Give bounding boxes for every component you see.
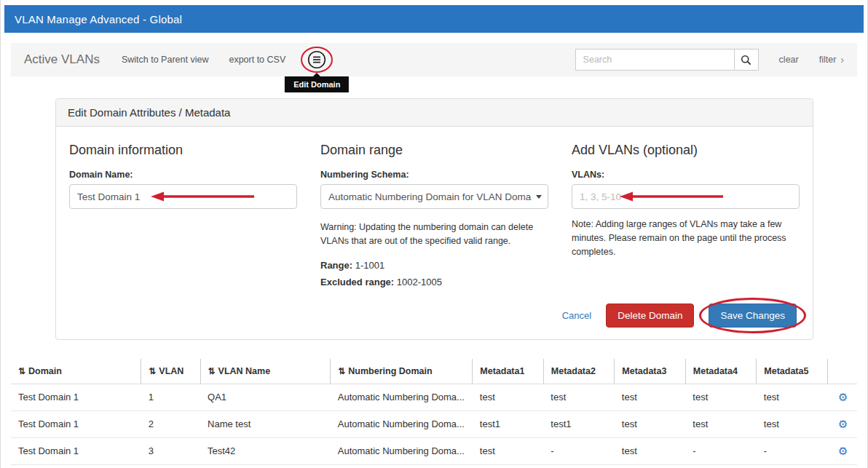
page-title: VLAN Manage Advanced - Global [15,13,182,25]
add-vlans-heading: Add VLANs (optional) [572,143,800,158]
domain-name-input[interactable] [69,184,297,209]
table-cell: test1 [473,411,544,437]
numbering-schema-select[interactable]: Automatic Numbering Domain for VLAN Doma [320,184,548,209]
sort-icon: ⇅ [208,366,216,376]
column-header-vlan-name[interactable]: ⇅VLAN Name [200,359,331,384]
vlan-table: ⇅Domain⇅VLAN⇅VLAN Name⇅Numbering DomainM… [11,359,857,465]
column-header-metadata2: Metadata2 [543,359,615,384]
table-cell: test1 [543,411,615,437]
vlans-input[interactable] [572,184,800,209]
panel-body: Domain information Domain Name: Domain r… [56,127,813,339]
column-header-metadata1: Metadata1 [473,359,544,384]
column-label: Numbering Domain [348,366,432,376]
vlans-label: VLANs: [572,170,800,180]
gear-icon[interactable]: ⚙ [838,445,848,457]
table-cell: test [757,384,828,411]
excluded-range-label: Excluded range: [320,277,394,287]
clear-link[interactable]: clear [779,55,799,65]
column-header-actions [827,359,857,384]
table-cell: Test42 [200,437,331,464]
column-label: VLAN [159,366,184,376]
tooltip-label: Edit Domain [293,80,340,89]
table-cell: Test Domain 1 [11,384,141,411]
column-label: Metadata4 [693,366,738,376]
excluded-range-value: 1002-1005 [397,277,442,287]
edit-domain-panel: Edit Domain Attributes / Metadata Domain… [55,98,813,340]
hamburger-menu-icon [307,50,326,69]
column-header-domain[interactable]: ⇅Domain [11,359,141,384]
chevron-right-icon: › [840,55,844,65]
column-label: Domain [28,366,62,376]
app-header: VLAN Manage Advanced - Global [4,5,864,33]
table-cell: Automatic Numbering Doma... [331,411,473,437]
delete-domain-button[interactable]: Delete Domain [606,304,694,328]
table-cell: Automatic Numbering Doma... [331,437,473,464]
table-cell: test [685,411,757,437]
table-cell: - [757,437,828,464]
column-header-metadata4: Metadata4 [685,359,757,384]
excluded-range-line: Excluded range: 1002-1005 [320,277,548,287]
sort-icon: ⇅ [338,366,345,376]
table-cell-actions: ⚙ [827,411,857,437]
search-input[interactable] [575,49,734,71]
vlan-table-wrap: ⇅Domain⇅VLAN⇅VLAN Name⇅Numbering DomainM… [11,359,857,465]
table-cell: test [543,384,615,411]
add-vlans-note: Note: Adding large ranges of VLANs may t… [572,218,800,258]
column-label: Metadata5 [764,366,808,376]
column-label: VLAN Name [218,366,271,376]
table-cell: 2 [141,411,200,437]
table-row: Test Domain 11QA1Automatic Numbering Dom… [11,384,857,411]
column-header-metadata3: Metadata3 [615,359,686,384]
table-cell: Automatic Numbering Doma... [331,384,473,411]
domain-information-heading: Domain information [69,143,297,158]
column-label: Metadata3 [622,366,666,376]
table-cell: test [473,437,544,464]
column-label: Metadata1 [480,366,524,376]
search-icon [741,55,751,66]
sort-icon: ⇅ [149,366,156,376]
table-cell: 3 [141,437,200,464]
table-cell: test [685,384,757,411]
table-row: Test Domain 13Test42Automatic Numbering … [11,437,857,464]
table-cell: Test Domain 1 [11,437,141,464]
table-cell-actions: ⚙ [827,437,857,464]
domain-information-section: Domain information Domain Name: [69,143,297,287]
table-cell: test [473,384,544,411]
toolbar: Active VLANs Switch to Parent view expor… [11,43,857,76]
table-cell: Test Domain 1 [11,411,141,437]
table-head-row: ⇅Domain⇅VLAN⇅VLAN Name⇅Numbering DomainM… [11,359,857,384]
table-cell: QA1 [200,384,331,411]
table-cell: test [757,411,828,437]
panel-title: Edit Domain Attributes / Metadata [56,99,813,127]
switch-parent-view-link[interactable]: Switch to Parent view [122,55,209,65]
filter-link[interactable]: filter › [819,55,844,65]
domain-range-section: Domain range Numbering Schema: Automatic… [320,143,548,287]
gear-icon[interactable]: ⚙ [838,418,848,430]
edit-domain-menu: Edit Domain [307,50,326,69]
active-vlans-title: Active VLANs [24,52,100,67]
column-header-numbering-domain[interactable]: ⇅Numbering Domain [331,359,473,384]
table-cell: 1 [141,384,200,411]
search-button[interactable] [734,49,759,71]
gear-icon[interactable]: ⚙ [838,391,848,403]
export-csv-link[interactable]: export to CSV [229,55,285,65]
toolbar-right: clear filter › [575,49,844,71]
numbering-schema-label: Numbering Schema: [320,170,548,180]
domain-range-heading: Domain range [320,143,548,158]
caret-down-icon [536,195,542,199]
column-header-metadata5: Metadata5 [757,359,828,384]
page: VLAN Manage Advanced - Global Active VLA… [0,0,868,468]
search-group [575,49,759,71]
table-cell: - [685,437,757,464]
edit-domain-menu-button[interactable] [307,50,326,69]
panel-columns: Domain information Domain Name: Domain r… [69,143,800,287]
save-changes-button[interactable]: Save Changes [709,304,797,328]
table-body: Test Domain 11QA1Automatic Numbering Dom… [11,384,857,464]
save-button-wrap: Save Changes [709,304,797,328]
table-cell-actions: ⚙ [827,384,857,411]
range-value: 1-1001 [355,260,384,271]
column-header-vlan[interactable]: ⇅VLAN [141,359,200,384]
cancel-link[interactable]: Cancel [562,310,591,321]
table-cell: test [615,437,686,464]
column-label: Metadata2 [551,366,596,376]
